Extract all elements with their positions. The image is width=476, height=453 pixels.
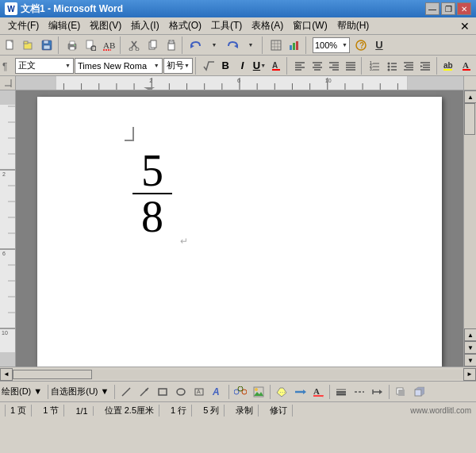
toolbar-sep4 [262,36,265,54]
line-style-button[interactable] [332,383,350,401]
h-scroll-thumb[interactable] [13,370,92,379]
print-button[interactable] [63,36,81,54]
align-left-button[interactable] [292,57,308,75]
italic-button[interactable]: I [234,57,250,75]
svg-marker-159 [379,390,382,394]
format-sep1 [195,57,198,75]
svg-text:ABC: ABC [103,40,115,50]
app-icon: W [5,2,17,15]
document-page[interactable]: 5 8 ↵ [37,97,442,367]
line-color-button[interactable] [291,383,309,401]
menu-table[interactable]: 表格(A) [247,17,288,34]
svg-rect-162 [398,390,405,396]
toolbar-sep1 [58,36,61,54]
table-button[interactable] [267,36,285,54]
textbox-tool[interactable]: A [190,383,208,401]
help-button[interactable]: ? [352,36,370,54]
scroll-thumb[interactable] [464,103,475,135]
copy-button[interactable] [144,36,161,54]
spell-button[interactable]: ABC [100,36,117,54]
rect-tool[interactable] [154,383,171,401]
bullets-button[interactable] [384,57,400,75]
undo-button[interactable] [187,36,205,54]
svg-text:2: 2 [149,78,152,83]
style-dropdown[interactable]: 正文 ▼ [15,58,74,74]
menu-close[interactable]: ✕ [457,20,473,33]
svg-text:A: A [272,61,278,70]
fill-color-button[interactable]: ⋯ [273,383,290,401]
scroll-down-button[interactable]: ▼ [464,354,476,367]
dash-style-button[interactable] [351,383,368,401]
svg-rect-152 [313,395,323,397]
auto-shapes-label[interactable]: 自选图形(U) ▼ [51,386,109,397]
status-record: 录制 [231,405,259,417]
align-center-button[interactable] [309,57,324,75]
font-color-draw-button[interactable]: A [309,383,327,401]
menu-edit[interactable]: 编辑(E) [44,17,85,34]
ellipse-tool[interactable] [172,383,190,401]
menu-view[interactable]: 视图(V) [85,17,126,34]
font-color-fmt-button[interactable]: A [459,57,474,75]
scroll-left-button[interactable]: ◄ [0,368,13,381]
svg-rect-85 [16,76,56,90]
scroll-next-page[interactable]: ▼ [464,341,476,354]
insert-diagram-button[interactable] [232,383,249,401]
menu-help[interactable]: 帮助(H) [332,17,374,34]
justify-button[interactable] [343,57,359,75]
insert-clipart-button[interactable] [250,383,267,401]
svg-line-13 [95,50,96,51]
window-controls: — ❐ ✕ [425,2,471,15]
enter-mark: ↵ [180,236,188,247]
svg-rect-5 [44,40,48,44]
sqrt-button[interactable] [201,57,217,75]
svg-rect-34 [296,41,298,50]
chart-button[interactable] [286,36,303,54]
bold-button[interactable]: B [217,57,233,75]
decrease-indent-button[interactable] [401,57,416,75]
svg-point-64 [387,65,390,67]
redo-button[interactable] [224,36,241,54]
arrow-tool[interactable] [136,383,153,401]
zoom-control[interactable]: 100% ▼ [313,37,350,53]
scroll-prev-page[interactable]: ▲ [464,328,476,341]
h-scroll-track[interactable] [13,370,463,379]
preview-button[interactable] [82,36,99,54]
redo-dropdown[interactable]: ▼ [242,36,259,54]
menu-file[interactable]: 文件(F) [3,17,44,34]
minimize-button[interactable]: — [425,2,440,15]
restore-button[interactable]: ❐ [441,2,455,15]
line-tool[interactable] [117,383,135,401]
undo-dropdown[interactable]: ▼ [205,36,223,54]
new-button[interactable] [2,36,19,54]
scroll-track[interactable] [464,103,476,328]
highlight-button[interactable]: ab [441,57,457,75]
draw-label[interactable]: 绘图(D) ▼ [2,386,42,397]
close-button[interactable]: ✕ [457,2,471,15]
scroll-right-button[interactable]: ► [463,368,476,381]
paste-button[interactable] [162,36,179,54]
toolbar-sep2 [120,36,123,54]
3d-button[interactable] [410,383,428,401]
save-button[interactable] [38,36,56,54]
open-button[interactable] [20,36,37,54]
menu-format[interactable]: 格式(O) [164,17,206,34]
bold-label: B [222,60,229,71]
font-color-button[interactable]: A [268,57,284,75]
numbering-button[interactable]: 1.2.3. [367,57,382,75]
scroll-up-button[interactable]: ▲ [464,90,476,103]
menu-insert[interactable]: 插入(I) [126,17,163,34]
font-dropdown[interactable]: Times New Roma ▼ [75,58,163,74]
increase-indent-button[interactable] [417,57,433,75]
svg-marker-26 [234,44,238,48]
font-dropdown-arrow: ▼ [154,63,159,68]
size-dropdown[interactable]: 初号 ▼ [163,58,193,74]
underline-fmt-button[interactable]: U ▼ [251,57,267,75]
arrow-style-button[interactable] [369,383,386,401]
wordart-tool[interactable]: A [209,383,226,401]
cut-button[interactable] [125,36,143,54]
menu-tools[interactable]: 工具(T) [206,17,247,34]
align-right-button[interactable] [326,57,342,75]
menu-window[interactable]: 窗口(W) [288,17,332,34]
underline-button[interactable]: U [370,36,388,54]
shadow-button[interactable] [392,383,409,401]
